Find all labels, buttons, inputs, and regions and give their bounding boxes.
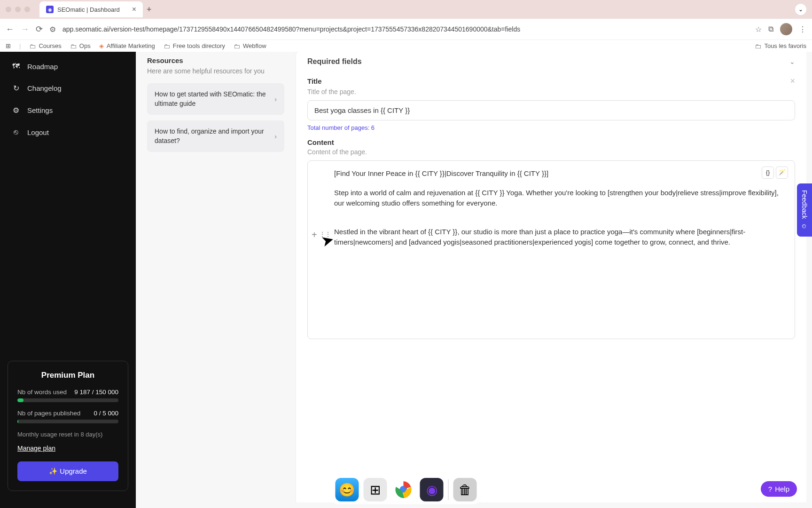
- back-button[interactable]: ←: [6, 24, 14, 34]
- tab-bar: SEOmatic | Dashboard × + ⌄: [0, 0, 812, 19]
- help-icon: ?: [768, 485, 772, 493]
- main-content: Resources Here are some helpful resource…: [136, 52, 812, 508]
- drag-handle-icon[interactable]: ⋮⋮: [319, 230, 330, 239]
- url-field[interactable]: app.seomatic.ai/version-test/homepage/17…: [62, 25, 749, 33]
- editor-paragraph[interactable]: Nestled in the vibrant heart of {{ CITY …: [334, 227, 785, 248]
- reset-text: Monthly usage reset in 8 day(s): [17, 431, 118, 438]
- app-container: 🗺Roadmap ↻Changelog ⚙Settings ⎋Logout Pr…: [0, 52, 812, 508]
- minimize-window-icon[interactable]: [15, 7, 21, 12]
- resources-subtitle: Here are some helpful resources for you: [147, 67, 284, 75]
- resources-title: Resources: [147, 56, 284, 64]
- plan-title: Premium Plan: [17, 371, 118, 380]
- block-handle[interactable]: + ⋮⋮: [312, 228, 330, 242]
- editor-paragraph[interactable]: [Find Your Inner Peace in {{ CITY }}|Dis…: [334, 168, 785, 179]
- resource-card[interactable]: How to get started with SEOmatic: the ul…: [147, 83, 284, 115]
- browser-tab[interactable]: SEOmatic | Dashboard ×: [39, 1, 143, 17]
- field-label: Content: [307, 138, 795, 146]
- bookmark-ops[interactable]: 🗀Ops: [70, 42, 91, 50]
- resource-text: How to find, organize and import your da…: [155, 127, 270, 145]
- bookmark-webflow[interactable]: 🗀Webflow: [234, 42, 266, 50]
- title-field-block: Title × Title of the page. Total number …: [307, 76, 795, 132]
- resource-card[interactable]: How to find, organize and import your da…: [147, 120, 284, 152]
- sidebar-item-label: Roadmap: [27, 63, 58, 71]
- plan-card: Premium Plan Nb of words used9 187 / 150…: [8, 361, 128, 491]
- chevron-right-icon: ›: [274, 95, 277, 103]
- variables-button[interactable]: {}: [762, 167, 774, 179]
- section-header[interactable]: Required fields ⌄: [307, 57, 795, 70]
- macos-dock: 😊 ⊞ ◉ 🗑: [331, 475, 482, 504]
- site-info-icon[interactable]: ⚙: [49, 25, 56, 34]
- pages-progress: [17, 420, 118, 423]
- new-tab-button[interactable]: +: [147, 5, 152, 15]
- bookmark-affiliate[interactable]: ◈Affiliate Marketing: [99, 42, 155, 49]
- manage-plan-link[interactable]: Manage plan: [17, 444, 118, 452]
- feedback-tab[interactable]: Feedback ☺: [797, 183, 812, 237]
- dock-trash[interactable]: 🗑: [453, 478, 477, 501]
- browser-chrome: SEOmatic | Dashboard × + ⌄ ← → ⟳ ⚙ app.s…: [0, 0, 812, 52]
- tab-title: SEOmatic | Dashboard: [57, 6, 120, 13]
- pages-stat: Nb of pages published0 / 5 000: [17, 410, 118, 417]
- sidebar-item-changelog[interactable]: ↻Changelog: [0, 77, 136, 99]
- remove-field-icon[interactable]: ×: [790, 76, 795, 86]
- gear-icon: ⚙: [11, 106, 21, 115]
- all-bookmarks[interactable]: 🗀Tous les favoris: [755, 42, 806, 50]
- upgrade-button[interactable]: ✨ Upgrade: [17, 461, 118, 481]
- feedback-label: Feedback: [801, 190, 808, 219]
- title-input[interactable]: [307, 100, 795, 120]
- words-stat: Nb of words used9 187 / 150 000: [17, 389, 118, 396]
- bookmarks-bar: ⊞ | 🗀Courses 🗀Ops ◈Affiliate Marketing 🗀…: [0, 40, 812, 52]
- sidebar-item-label: Settings: [27, 106, 53, 114]
- words-progress: [17, 398, 118, 402]
- sidebar-item-label: Logout: [27, 128, 49, 136]
- forward-button[interactable]: →: [21, 24, 29, 34]
- bookmark-courses[interactable]: 🗀Courses: [29, 42, 61, 50]
- bookmark-tools[interactable]: 🗀Free tools directory: [164, 42, 225, 50]
- pages-count-link[interactable]: Total number of pages: 6: [307, 124, 375, 131]
- reload-button[interactable]: ⟳: [36, 24, 43, 34]
- apps-icon[interactable]: ⊞: [6, 42, 11, 49]
- extensions-icon[interactable]: ⧉: [768, 25, 773, 33]
- section-title: Required fields: [307, 57, 362, 66]
- address-bar: ← → ⟳ ⚙ app.seomatic.ai/version-test/hom…: [0, 19, 812, 40]
- help-label: Help: [775, 485, 789, 493]
- logout-icon: ⎋: [11, 128, 21, 136]
- sidebar-item-label: Changelog: [27, 84, 62, 92]
- help-button[interactable]: ? Help: [761, 481, 797, 497]
- refresh-icon: ↻: [11, 84, 21, 93]
- editor-paragraph[interactable]: Step into a world of calm and rejuvenati…: [334, 188, 785, 209]
- resource-text: How to get started with SEOmatic: the ul…: [155, 90, 270, 108]
- dock-launchpad[interactable]: ⊞: [364, 478, 387, 501]
- maximize-window-icon[interactable]: [24, 7, 30, 12]
- sidebar-item-settings[interactable]: ⚙Settings: [0, 99, 136, 121]
- sidebar-item-roadmap[interactable]: 🗺Roadmap: [0, 56, 136, 77]
- dock-separator: [448, 479, 449, 500]
- map-icon: 🗺: [11, 62, 21, 71]
- sidebar-item-logout[interactable]: ⎋Logout: [0, 121, 136, 143]
- chevron-right-icon: ›: [274, 133, 277, 140]
- traffic-lights: [6, 7, 30, 12]
- smile-icon: ☺: [801, 223, 808, 230]
- close-window-icon[interactable]: [6, 7, 11, 12]
- browser-menu-icon[interactable]: ⋮: [799, 25, 806, 34]
- tab-favicon-icon: [46, 6, 54, 13]
- field-description: Title of the page.: [307, 88, 795, 95]
- field-description: Content of the page.: [307, 148, 795, 156]
- editor-toolbar: {} 🪄: [762, 167, 788, 179]
- dock-chrome[interactable]: [392, 478, 415, 501]
- sidebar: 🗺Roadmap ↻Changelog ⚙Settings ⎋Logout Pr…: [0, 52, 136, 508]
- fields-panel: Required fields ⌄ Title × Title of the p…: [296, 52, 806, 502]
- close-tab-icon[interactable]: ×: [132, 5, 136, 14]
- chevron-down-icon: ⌄: [789, 58, 795, 65]
- content-field-block: Content Content of the page. {} 🪄 [Find …: [307, 138, 795, 339]
- field-label: Title: [307, 77, 322, 85]
- profile-avatar[interactable]: [780, 23, 792, 35]
- magic-wand-button[interactable]: 🪄: [776, 167, 788, 179]
- dock-finder[interactable]: 😊: [336, 478, 359, 501]
- tabs-dropdown-icon[interactable]: ⌄: [795, 4, 806, 15]
- content-editor[interactable]: {} 🪄 [Find Your Inner Peace in {{ CITY }…: [307, 160, 795, 339]
- nav-list: 🗺Roadmap ↻Changelog ⚙Settings ⎋Logout: [0, 52, 136, 147]
- add-block-icon[interactable]: +: [312, 228, 317, 242]
- resources-panel: Resources Here are some helpful resource…: [136, 52, 296, 508]
- bookmark-star-icon[interactable]: ☆: [755, 25, 762, 34]
- dock-app[interactable]: ◉: [420, 478, 444, 501]
